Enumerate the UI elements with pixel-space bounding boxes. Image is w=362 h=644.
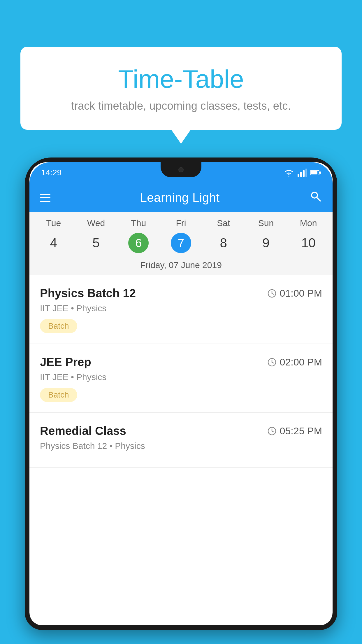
phone-inner: 14:29 <box>29 162 333 625</box>
class-name-2: JEE Prep <box>40 356 91 369</box>
class-name-1: Physics Batch 12 <box>40 287 136 300</box>
clock-icon-1 <box>267 289 277 298</box>
status-bar: 14:29 <box>29 162 333 183</box>
schedule-item-2-header: JEE Prep 02:00 PM <box>40 356 322 369</box>
schedule-item-2: JEE Prep 02:00 PM IIT JEE • Physics <box>29 344 333 413</box>
class-name-3: Remedial Class <box>40 424 126 438</box>
status-icons <box>284 169 321 177</box>
time-text-2: 02:00 PM <box>280 356 322 368</box>
time-text-1: 01:00 PM <box>280 288 322 299</box>
app-bar: Learning Light <box>29 183 333 212</box>
day-10[interactable]: 10 <box>287 233 330 253</box>
search-button[interactable] <box>309 190 322 206</box>
batch-badge-1: Batch <box>40 319 77 333</box>
notch <box>161 162 201 177</box>
signal-icon <box>298 169 307 177</box>
menu-line-1 <box>40 194 50 195</box>
speech-bubble-container: Time-Table track timetable, upcoming cla… <box>20 47 342 130</box>
svg-line-17 <box>272 431 274 432</box>
camera-dot <box>178 167 184 172</box>
day-label-sun: Sun <box>245 218 287 228</box>
day-8[interactable]: 8 <box>202 233 245 253</box>
phone-wrapper: 14:29 <box>25 158 337 644</box>
class-meta-3: Physics Batch 12 • Physics <box>40 441 322 451</box>
speech-bubble: Time-Table track timetable, upcoming cla… <box>20 47 342 130</box>
batch-badge-2: Batch <box>40 388 77 402</box>
selected-date-label: Friday, 07 June 2019 <box>29 258 333 275</box>
schedule-item-3-header: Remedial Class 05:25 PM <box>40 424 322 438</box>
day-label-thu: Thu <box>117 218 160 228</box>
day-label-tue: Tue <box>32 218 75 228</box>
phone-outer: 14:29 <box>25 158 337 630</box>
schedule-item-1-header: Physics Batch 12 01:00 PM <box>40 287 322 300</box>
app-title: Learning Light <box>140 191 219 205</box>
schedule-item-1: Physics Batch 12 01:00 PM IIT JEE • Ph <box>29 275 333 344</box>
class-time-1: 01:00 PM <box>267 288 322 299</box>
day-4[interactable]: 4 <box>32 233 75 253</box>
day-7-selected[interactable]: 7 <box>171 233 191 253</box>
menu-line-2 <box>40 197 50 198</box>
menu-icon[interactable] <box>40 194 50 202</box>
calendar-section: Tue Wed Thu Fri Sat Sun Mon 4 5 6 7 8 <box>29 212 333 275</box>
svg-line-11 <box>272 293 274 294</box>
schedule-item-3: Remedial Class 05:25 PM Physics Batch <box>29 413 333 468</box>
day-5[interactable]: 5 <box>75 233 117 253</box>
menu-line-3 <box>40 201 50 202</box>
day-9[interactable]: 9 <box>245 233 287 253</box>
class-time-2: 02:00 PM <box>267 356 322 368</box>
battery-icon <box>310 170 321 176</box>
svg-rect-6 <box>319 172 321 174</box>
day-label-wed: Wed <box>75 218 117 228</box>
bubble-subtitle: track timetable, upcoming classes, tests… <box>44 100 318 112</box>
status-time: 14:29 <box>41 168 61 177</box>
phone-content: Tue Wed Thu Fri Sat Sun Mon 4 5 6 7 8 <box>29 212 333 625</box>
day-numbers: 4 5 6 7 8 9 10 <box>29 230 333 258</box>
day-label-fri: Fri <box>160 218 202 228</box>
clock-icon-3 <box>267 426 277 436</box>
svg-line-8 <box>317 197 320 201</box>
class-meta-2: IIT JEE • Physics <box>40 372 322 382</box>
day-label-sat: Sat <box>202 218 245 228</box>
svg-rect-3 <box>305 169 307 177</box>
class-meta-1: IIT JEE • Physics <box>40 303 322 313</box>
svg-rect-1 <box>300 172 302 177</box>
svg-rect-5 <box>311 171 317 174</box>
clock-icon-2 <box>267 358 277 367</box>
schedule-list: Physics Batch 12 01:00 PM IIT JEE • Ph <box>29 275 333 468</box>
day-labels: Tue Wed Thu Fri Sat Sun Mon <box>29 212 333 230</box>
wifi-icon <box>284 169 294 177</box>
svg-rect-0 <box>298 174 299 177</box>
svg-rect-2 <box>303 170 305 177</box>
time-text-3: 05:25 PM <box>280 425 322 437</box>
class-time-3: 05:25 PM <box>267 425 322 437</box>
day-6-today[interactable]: 6 <box>128 233 149 253</box>
day-label-mon: Mon <box>287 218 330 228</box>
svg-line-14 <box>272 362 274 363</box>
bubble-title: Time-Table <box>44 64 318 94</box>
